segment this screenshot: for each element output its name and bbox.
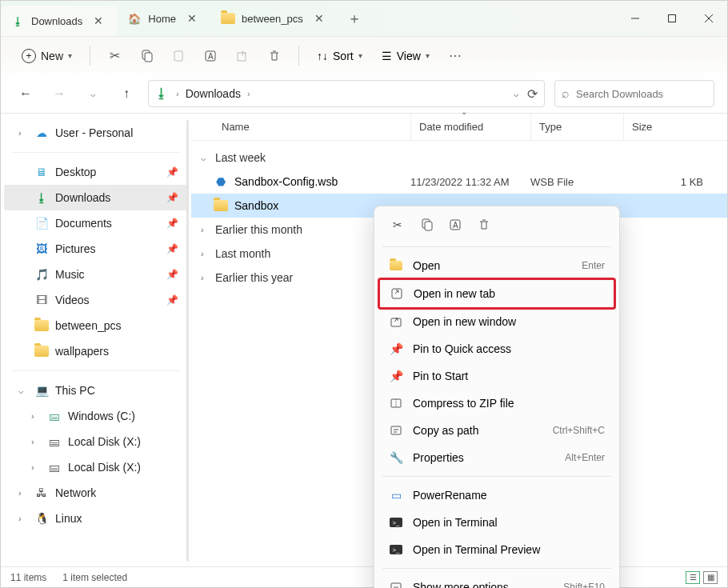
sidebar-item-linux[interactable]: ›🐧Linux bbox=[4, 506, 188, 531]
desktop-icon: 🖥 bbox=[34, 165, 49, 179]
thumbnails-view-button[interactable]: ▦ bbox=[703, 571, 718, 584]
context-open-new-window[interactable]: Open in new window bbox=[379, 308, 614, 335]
chevron-right-icon[interactable]: › bbox=[176, 89, 179, 98]
column-size[interactable]: Size bbox=[623, 114, 727, 140]
chevron-right-icon[interactable]: › bbox=[18, 488, 28, 498]
cut-icon[interactable]: ✂ bbox=[389, 216, 406, 234]
context-label: Compress to ZIP file bbox=[413, 397, 514, 410]
chevron-right-icon[interactable]: › bbox=[18, 128, 28, 138]
forward-button[interactable]: → bbox=[47, 82, 71, 106]
sidebar-item-drive-c[interactable]: ›🖴Windows (C:) bbox=[4, 403, 188, 429]
sidebar-item-this-pc[interactable]: ⌵💻This PC bbox=[4, 378, 188, 403]
tab-downloads[interactable]: ⭳ Downloads ✕ bbox=[1, 6, 118, 36]
tab-between-pcs[interactable]: between_pcs ✕ bbox=[211, 1, 338, 36]
chevron-down-icon: ▾ bbox=[426, 51, 430, 60]
close-tab-icon[interactable]: ✕ bbox=[182, 12, 202, 25]
sidebar-item-drive-x2[interactable]: ›🖴Local Disk (X:) bbox=[4, 454, 188, 480]
context-copy-path[interactable]: Copy as path Ctrl+Shift+C bbox=[379, 417, 614, 444]
context-terminal-preview[interactable]: >_ Open in Terminal Preview bbox=[379, 536, 614, 563]
sidebar-item-pictures[interactable]: 🖼Pictures📌 bbox=[4, 236, 188, 262]
sort-button[interactable]: ↑↓ Sort ▾ bbox=[309, 42, 370, 70]
context-label: Open in new tab bbox=[414, 287, 495, 300]
delete-button[interactable] bbox=[260, 42, 289, 70]
chevron-right-icon[interactable]: › bbox=[247, 89, 250, 98]
chevron-right-icon[interactable]: › bbox=[201, 273, 210, 282]
chevron-down-icon[interactable]: ⌵ bbox=[18, 386, 28, 396]
column-date[interactable]: ⌄Date modified bbox=[410, 114, 530, 140]
copy-icon[interactable] bbox=[418, 216, 435, 234]
sidebar-item-downloads[interactable]: ⭳Downloads📌 bbox=[4, 185, 188, 210]
maximize-button[interactable] bbox=[654, 1, 690, 36]
group-last-week[interactable]: ⌵Last week bbox=[191, 146, 727, 170]
sidebar-item-wallpapers[interactable]: wallpapers bbox=[4, 338, 188, 364]
sidebar-item-network[interactable]: ›🖧Network bbox=[4, 480, 188, 506]
context-properties[interactable]: 🔧 Properties Alt+Enter bbox=[379, 444, 614, 471]
column-type[interactable]: Type bbox=[530, 114, 623, 140]
context-powerrename[interactable]: ▭ PowerRename bbox=[379, 482, 614, 509]
paste-button[interactable] bbox=[164, 42, 193, 70]
close-window-button[interactable] bbox=[690, 1, 727, 36]
share-button[interactable] bbox=[228, 42, 257, 70]
tab-home[interactable]: 🏠 Home ✕ bbox=[118, 1, 211, 36]
minimize-button[interactable] bbox=[617, 1, 654, 36]
sidebar-label: between_pcs bbox=[55, 319, 122, 332]
back-button[interactable]: ← bbox=[14, 82, 38, 106]
folder-icon bbox=[389, 258, 403, 273]
sidebar-item-user[interactable]: › ☁ User - Personal bbox=[4, 120, 188, 146]
new-label: New bbox=[41, 50, 63, 62]
chevron-right-icon[interactable]: › bbox=[201, 225, 210, 234]
search-box[interactable]: ⌕ bbox=[554, 80, 714, 107]
context-open[interactable]: Open Enter bbox=[379, 252, 614, 279]
new-tab-button[interactable]: ＋ bbox=[338, 1, 370, 36]
delete-icon[interactable] bbox=[475, 216, 493, 234]
breadcrumb-segment[interactable]: Downloads bbox=[186, 87, 241, 100]
context-show-more[interactable]: Show more options Shift+F10 bbox=[379, 574, 614, 588]
context-pin-start[interactable]: 📌 Pin to Start bbox=[379, 362, 614, 390]
sidebar-item-drive-x1[interactable]: ›🖴Local Disk (X:) bbox=[4, 429, 188, 454]
column-name[interactable]: Name bbox=[214, 114, 410, 140]
close-tab-icon[interactable]: ✕ bbox=[310, 12, 329, 25]
chevron-right-icon[interactable]: › bbox=[31, 462, 41, 472]
view-button[interactable]: ☰ View ▾ bbox=[374, 42, 438, 70]
chevron-right-icon[interactable]: › bbox=[31, 411, 41, 421]
sidebar-item-between-pcs[interactable]: between_pcs bbox=[4, 313, 188, 338]
context-pin-quick[interactable]: 📌 Pin to Quick access bbox=[379, 335, 614, 362]
svg-text:A: A bbox=[208, 52, 214, 61]
context-label: Open bbox=[413, 259, 440, 272]
recent-dropdown[interactable]: ⌵ bbox=[81, 82, 105, 106]
more-button[interactable]: ⋯ bbox=[441, 42, 470, 70]
folder-icon bbox=[34, 318, 49, 333]
pin-icon: 📌 bbox=[389, 342, 403, 356]
rename-button[interactable]: A bbox=[196, 42, 225, 70]
sidebar-label: User - Personal bbox=[55, 126, 133, 139]
new-button[interactable]: + New ▾ bbox=[14, 44, 80, 68]
chevron-down-icon[interactable]: ⌵ bbox=[201, 153, 210, 163]
pin-icon: 📌 bbox=[166, 294, 178, 306]
up-button[interactable]: ↑ bbox=[114, 82, 138, 106]
item-count: 11 items bbox=[10, 572, 46, 583]
context-open-new-tab[interactable]: Open in new tab bbox=[380, 280, 614, 307]
cut-button[interactable]: ✂ bbox=[100, 42, 129, 70]
history-dropdown-icon[interactable]: ⌵ bbox=[514, 89, 519, 99]
search-input[interactable] bbox=[576, 88, 710, 100]
sidebar-item-desktop[interactable]: 🖥Desktop📌 bbox=[4, 159, 188, 185]
chevron-right-icon[interactable]: › bbox=[201, 249, 210, 258]
rename-icon[interactable]: A bbox=[446, 216, 464, 234]
context-compress[interactable]: Compress to ZIP file bbox=[379, 390, 614, 417]
shortcut: Ctrl+Shift+C bbox=[553, 425, 605, 436]
chevron-right-icon[interactable]: › bbox=[18, 514, 28, 523]
file-row[interactable]: ⬣Sandbox-Config.wsb 11/23/2022 11:32 AM … bbox=[191, 170, 727, 194]
sidebar-item-music[interactable]: 🎵Music📌 bbox=[4, 262, 188, 287]
sidebar-item-videos[interactable]: 🎞Videos📌 bbox=[4, 287, 188, 313]
details-view-button[interactable]: ☰ bbox=[686, 571, 700, 584]
context-terminal[interactable]: >_ Open in Terminal bbox=[379, 509, 614, 536]
refresh-button[interactable]: ⟳ bbox=[527, 86, 538, 102]
close-tab-icon[interactable]: ✕ bbox=[89, 14, 108, 27]
sidebar-item-documents[interactable]: 📄Documents📌 bbox=[4, 210, 188, 236]
plus-icon: + bbox=[22, 49, 36, 63]
breadcrumb[interactable]: ⭳ › Downloads › ⌵ ⟳ bbox=[148, 80, 545, 107]
sort-label: Sort bbox=[333, 50, 354, 62]
copy-button[interactable] bbox=[132, 42, 161, 70]
chevron-right-icon[interactable]: › bbox=[31, 437, 41, 446]
music-icon: 🎵 bbox=[34, 267, 49, 282]
